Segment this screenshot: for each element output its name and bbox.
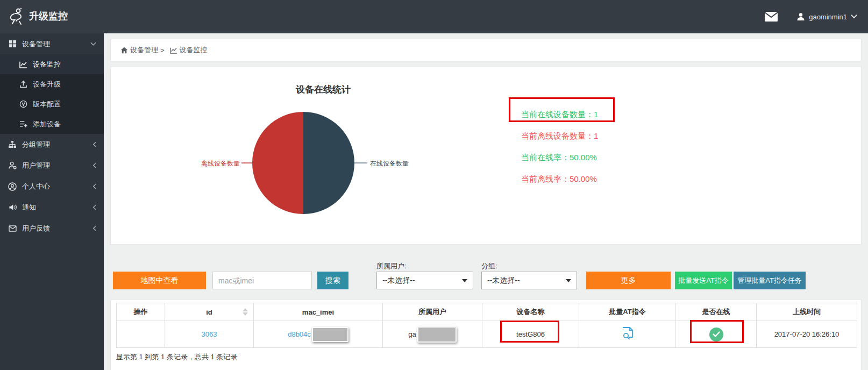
chevron-left-icon [93,225,96,231]
view-on-map-button[interactable]: 地图中查看 [113,272,206,289]
redaction-box [312,327,348,342]
chevron-left-icon [93,141,96,147]
sidebar-item-label: 版本配置 [33,99,96,109]
owner-select-value: --未选择-- [382,276,415,286]
sidebar-item-label: 通知 [22,203,93,212]
cell-owner: ga [383,321,482,348]
breadcrumb-parent[interactable]: 设备管理 [130,45,158,55]
sidebar-item-group-mgmt[interactable]: 分组管理 [0,134,104,155]
redaction-box [417,326,457,343]
version-icon [18,100,28,108]
breadcrumb-separator: > [160,46,165,54]
sidebar-item-label: 用户反馈 [22,224,93,233]
user-circle-icon [8,182,17,191]
chart-line-icon [18,61,28,68]
chart-title: 设备在线统计 [237,83,409,96]
batch-send-at-button[interactable]: 批量发送AT指令 [675,272,732,289]
username: gaominmin1 [809,13,847,21]
home-icon [120,47,128,54]
col-header-action[interactable]: 操作 [117,303,165,321]
mail-icon[interactable] [764,11,778,22]
pie-slice-offline [252,112,303,214]
sort-icon[interactable] [243,308,248,316]
device-mgmt-submenu: 设备监控 设备升级 版本配置 添加设备 [0,54,104,134]
group-filter-label: 分组: [481,261,497,271]
more-button[interactable]: 更多 [586,272,671,289]
owner-select[interactable]: --未选择-- [376,272,473,289]
topbar: 升级监控 gaominmin1 [0,0,868,33]
mac-link[interactable]: d8b04c [288,330,311,338]
mac-imei-search-input[interactable] [212,272,312,289]
chart-line-icon [170,47,177,54]
upload-icon [18,80,28,88]
sidebar-item-personal-center[interactable]: 个人中心 [0,176,104,197]
sidebar-item-user-mgmt[interactable]: 用户管理 [0,155,104,176]
col-header-owner[interactable]: 所属用户 [383,303,482,321]
cell-id: 3063 [165,321,254,348]
list-add-icon [18,120,28,128]
col-header-id[interactable]: id [165,303,254,321]
pie-label-online: 在线设备数量 [370,159,445,168]
table-row: 3063 d8b04c ga testG806 [117,321,857,348]
table-header-row: 操作 id mac_imei 所属用户 设备名称 批量AT指令 是否在线 上线时… [117,303,857,321]
grid-icon [8,40,17,48]
stat-online-count: 当前在线设备数量：1 [521,110,598,122]
pie-label-offline: 离线设备数量 [165,159,240,168]
cell-mac-imei: d8b04c [254,321,383,348]
breadcrumb-current: 设备监控 [180,45,208,55]
device-id-link[interactable]: 3063 [202,330,217,338]
sidebar-item-label: 添加设备 [33,119,96,129]
sidebar: 设备管理 设备监控 设备升级 版本配置 添加设备 [0,33,104,370]
record-summary: 显示第 1 到第 1 条记录，总共 1 条记录 [116,352,237,362]
chevron-left-icon [93,204,96,210]
breadcrumb: 设备管理> 设备监控 [110,39,862,61]
pie-slice-online [303,112,354,214]
sidebar-item-label: 个人中心 [22,182,93,191]
user-menu[interactable]: gaominmin1 [796,12,857,21]
caret-down-icon [462,279,467,282]
check-circle-icon [709,328,723,341]
sidebar-item-label: 用户管理 [22,161,93,170]
owner-filter-label: 所属用户: [376,261,407,271]
sidebar-item-device-mgmt[interactable]: 设备管理 [0,33,104,54]
manage-batch-at-button[interactable]: 管理批量AT指令任务 [734,272,806,289]
speaker-icon [8,203,17,211]
user-key-icon [8,161,17,169]
stat-online-rate: 当前在线率：50.00% [521,153,597,165]
col-header-device-name[interactable]: 设备名称 [482,303,579,321]
chevron-left-icon [93,162,96,168]
col-header-online-time[interactable]: 上线时间 [757,303,857,321]
device-table: 操作 id mac_imei 所属用户 设备名称 批量AT指令 是否在线 上线时… [116,303,857,348]
col-header-online[interactable]: 是否在线 [676,303,757,321]
sidebar-item-feedback[interactable]: 用户反馈 [0,218,104,239]
user-icon [796,12,805,21]
sidebar-item-notifications[interactable]: 通知 [0,197,104,218]
sidebar-item-device-monitor[interactable]: 设备监控 [0,54,104,74]
search-button[interactable]: 搜索 [317,272,348,289]
sidebar-item-device-upgrade[interactable]: 设备升级 [0,74,104,94]
device-online-stats-panel: 设备在线统计 离线设备数量 在线设备数量 当前在线设备数量：1 当前离线设备数量… [110,67,862,245]
cell-online-time: 2017-07-20 16:26:10 [757,321,857,348]
cell-device-name: testG806 [482,321,579,348]
file-search-icon[interactable] [622,327,634,340]
chevron-left-icon [93,183,96,189]
cell-batch-at [579,321,676,348]
device-table-panel: 操作 id mac_imei 所属用户 设备名称 批量AT指令 是否在线 上线时… [110,300,862,370]
stat-offline-rate: 当前离线率：50.00% [521,174,597,186]
col-header-batch-at[interactable]: 批量AT指令 [579,303,676,321]
app-logo: 升级监控 [8,7,68,25]
chevron-down-icon [90,42,96,46]
group-select[interactable]: --未选择-- [481,272,577,289]
caret-down-icon [851,15,857,19]
sidebar-item-label: 设备升级 [33,80,96,89]
sidebar-item-add-device[interactable]: 添加设备 [0,114,104,134]
stat-offline-count: 当前离线设备数量：1 [521,131,598,143]
sidebar-item-label: 设备管理 [22,39,90,49]
col-header-mac-imei[interactable]: mac_imei [254,303,383,321]
envelope-icon [8,225,17,232]
sidebar-item-label: 分组管理 [22,140,93,150]
sidebar-item-version-config[interactable]: 版本配置 [0,94,104,114]
cell-action [117,321,165,348]
owner-text: ga [408,330,416,338]
sitemap-icon [8,140,17,148]
